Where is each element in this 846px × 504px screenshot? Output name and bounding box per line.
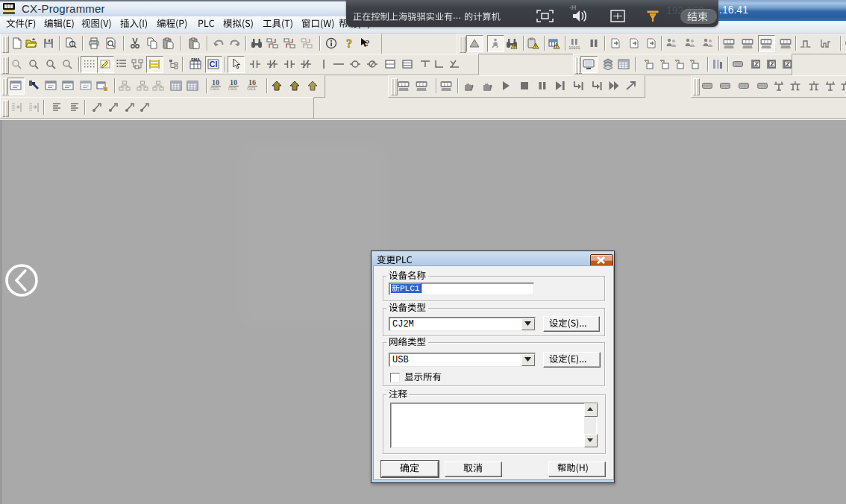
svg-text:CI: CI <box>210 60 218 69</box>
svg-text:10101: 10101 <box>568 45 580 50</box>
svg-text:?: ? <box>346 37 352 49</box>
svg-text:?: ? <box>365 37 370 48</box>
svg-text:SMA: SMA <box>191 58 200 62</box>
